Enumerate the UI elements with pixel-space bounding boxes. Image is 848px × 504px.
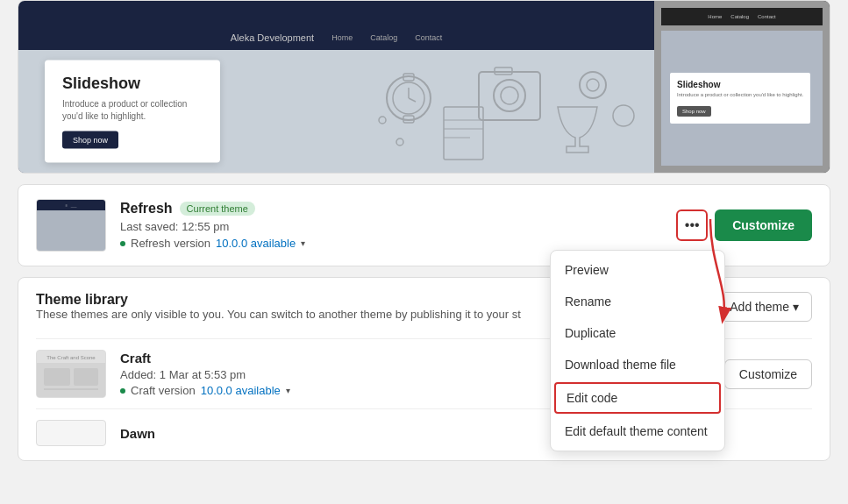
preview-side-panel: Home Catalog Contact Slideshow Introduce…	[654, 1, 830, 173]
version-text: Refresh version	[131, 237, 210, 250]
dropdown-duplicate[interactable]: Duplicate	[551, 317, 724, 349]
craft-added-date: 1 Mar at 5:53 pm	[160, 368, 246, 381]
svg-rect-23	[44, 368, 70, 386]
nav-catalog: Catalog	[370, 33, 397, 42]
dawn-thumbnail	[36, 420, 106, 446]
add-theme-button[interactable]: Add theme ▾	[716, 292, 812, 322]
current-theme-badge: Current theme	[180, 202, 255, 216]
dropdown-download[interactable]: Download theme file	[551, 349, 724, 380]
dropdown-edit-code[interactable]: Edit code	[554, 382, 721, 414]
craft-version-number[interactable]: 10.0.0 available	[201, 384, 281, 397]
nav-contact: Contact	[415, 33, 442, 42]
svg-point-17	[396, 138, 403, 146]
main-container: Aleka Development Home Catalog Contact S…	[0, 0, 848, 461]
slideshow-title: Slideshow	[62, 75, 203, 93]
slideshow-card: Slideshow Introduce a product or collect…	[45, 60, 220, 163]
more-options-button[interactable]: •••	[676, 209, 708, 241]
svg-point-11	[587, 79, 599, 91]
version-row: Refresh version 10.0.0 available ▾	[120, 237, 662, 250]
library-title: Theme library	[36, 292, 521, 308]
side-shop-now-button[interactable]: Shop now	[677, 106, 711, 117]
preview-nav: Aleka Development Home Catalog Contact	[18, 25, 654, 50]
thumb-nav: ≡ ___	[37, 200, 105, 210]
preview-side-inner: Home Catalog Contact Slideshow Introduce…	[654, 1, 830, 173]
shop-now-button[interactable]: Shop now	[62, 131, 118, 149]
library-header-left: Theme library These themes are only visi…	[36, 292, 521, 335]
side-slideshow-card: Slideshow Introduce a product or collect…	[670, 73, 810, 124]
craft-thumb-svg: The Craft and Scone	[37, 351, 105, 397]
svg-point-16	[613, 105, 634, 126]
theme-name: Refresh	[120, 201, 173, 217]
slideshow-desc: Introduce a product or collection you'd …	[62, 98, 203, 123]
customize-button[interactable]: Customize	[715, 209, 812, 241]
version-number[interactable]: 10.0.0 available	[216, 237, 296, 250]
library-description: These themes are only visible to you. Yo…	[36, 308, 521, 321]
side-nav-contact: Contact	[758, 14, 776, 19]
svg-rect-24	[74, 368, 98, 386]
svg-point-7	[494, 80, 525, 111]
theme-thumbnail: ≡ ___	[36, 199, 106, 252]
theme-info: Refresh Current theme Last saved: 12:55 …	[120, 201, 662, 250]
nav-brand: Aleka Development	[231, 32, 314, 43]
craft-version-dot	[120, 388, 125, 394]
svg-point-18	[379, 117, 386, 124]
thumb-body	[37, 210, 105, 252]
dropdown-rename[interactable]: Rename	[551, 286, 724, 317]
last-saved-time: 12:55 pm	[182, 220, 229, 233]
side-slideshow-desc: Introduce a product or collection you'd …	[677, 92, 803, 99]
nav-home: Home	[331, 33, 353, 42]
dropdown-edit-default[interactable]: Edit default theme content	[551, 415, 724, 447]
add-theme-dropdown-arrow: ▾	[793, 300, 799, 314]
side-nav-home: Home	[708, 14, 722, 19]
svg-rect-12	[444, 107, 483, 160]
svg-text:The Craft and Scone: The Craft and Scone	[46, 355, 96, 360]
svg-line-3	[409, 98, 416, 102]
side-nav-catalog: Catalog	[730, 14, 749, 19]
craft-version-arrow[interactable]: ▾	[286, 386, 290, 395]
version-dropdown-arrow[interactable]: ▾	[301, 238, 305, 248]
dropdown-menu: Preview Rename Duplicate Download theme …	[550, 250, 725, 451]
preview-content-area: Aleka Development Home Catalog Contact S…	[18, 25, 654, 173]
last-saved-text: Last saved: 12:55 pm	[120, 220, 662, 233]
add-theme-label: Add theme	[730, 300, 789, 314]
dropdown-preview[interactable]: Preview	[551, 254, 724, 286]
preview-main: Aleka Development Home Catalog Contact S…	[18, 1, 654, 173]
theme-actions: ••• Customize	[676, 209, 812, 241]
svg-point-8	[501, 87, 518, 104]
svg-point-10	[580, 72, 606, 98]
preview-area: Aleka Development Home Catalog Contact S…	[18, 0, 830, 174]
side-slideshow-title: Slideshow	[677, 80, 803, 89]
version-dot	[120, 241, 125, 246]
craft-customize-button[interactable]: Customize	[724, 359, 812, 389]
craft-thumb-inner: The Craft and Scone	[37, 351, 105, 397]
side-nav: Home Catalog Contact	[661, 8, 823, 25]
sketch-icons	[365, 54, 645, 173]
craft-thumbnail: The Craft and Scone	[36, 350, 106, 398]
theme-name-row: Refresh Current theme	[120, 201, 662, 217]
